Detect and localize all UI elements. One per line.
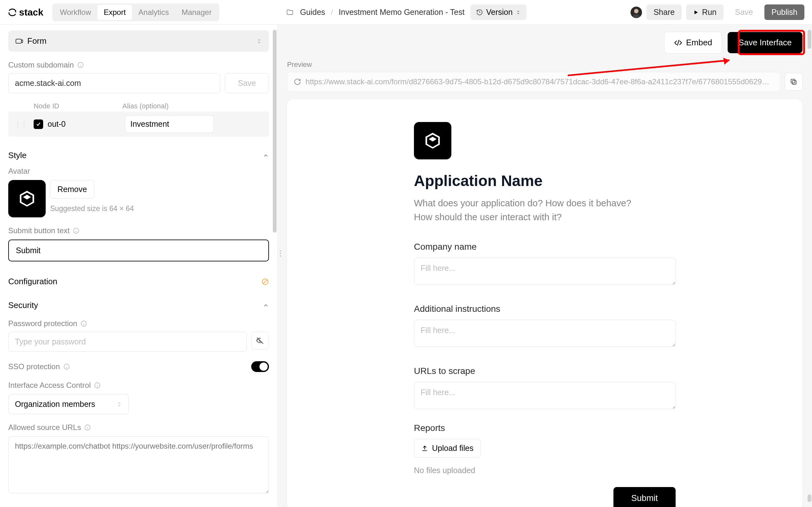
field-label-urls: URLs to scrape	[414, 366, 676, 376]
publish-button[interactable]: Publish	[764, 4, 804, 20]
code-icon	[674, 39, 682, 47]
run-label: Run	[702, 8, 716, 17]
form-submit-button[interactable]: Submit	[613, 487, 676, 507]
svg-point-1	[634, 9, 639, 13]
action-bar: Embed Save Interface	[277, 25, 812, 60]
run-button[interactable]: Run	[686, 4, 723, 20]
tab-export[interactable]: Export	[97, 5, 132, 20]
allowed-urls-label: Allowed source URLs	[8, 423, 269, 432]
node-table: Node ID Alias (optional) ⋮⋮ out-0	[8, 100, 269, 136]
info-icon	[94, 382, 101, 389]
version-button[interactable]: Version	[470, 4, 526, 20]
field-input-company[interactable]	[414, 258, 676, 285]
submit-text-label: Submit button text	[8, 226, 269, 235]
preview-url-text: https://www.stack-ai.com/form/d8276663-9…	[305, 77, 774, 86]
reports-label: Reports	[414, 423, 676, 433]
save-button: Save	[728, 4, 760, 20]
security-section-header[interactable]: Security	[8, 300, 269, 310]
play-icon	[693, 9, 699, 15]
breadcrumb-title[interactable]: Investment Memo Generation - Test	[339, 8, 465, 17]
cube-icon	[17, 189, 37, 208]
header-right: Share Run Save Publish	[630, 4, 804, 20]
upload-files-button[interactable]: Upload files	[414, 439, 481, 458]
logo: stack	[8, 7, 44, 18]
sso-toggle[interactable]	[251, 361, 269, 372]
form-type-select[interactable]: Form	[8, 31, 269, 52]
history-icon	[476, 9, 483, 16]
node-checkbox[interactable]	[34, 119, 43, 129]
info-icon	[77, 61, 84, 68]
copy-url-button[interactable]	[785, 73, 803, 91]
user-avatar[interactable]	[630, 7, 642, 18]
alias-input[interactable]	[125, 115, 214, 133]
logo-text: stack	[19, 7, 44, 18]
share-button[interactable]: Share	[647, 4, 681, 20]
subdomain-save-button[interactable]: Save	[225, 73, 269, 93]
tab-workflow[interactable]: Workflow	[54, 5, 97, 20]
style-section-header[interactable]: Style	[8, 151, 269, 160]
right-panel: Embed Save Interface Preview https://www…	[277, 25, 812, 507]
right-scrollbar[interactable]	[807, 30, 811, 502]
embed-button[interactable]: Embed	[664, 32, 722, 54]
svg-rect-2	[16, 39, 21, 43]
tab-analytics[interactable]: Analytics	[132, 5, 175, 20]
chevron-up-icon	[263, 302, 269, 308]
access-control-select[interactable]: Organization members	[8, 394, 129, 414]
remove-avatar-button[interactable]: Remove	[50, 180, 94, 199]
panel-splitter[interactable]	[277, 247, 283, 260]
no-files-text: No files uploaded	[414, 466, 676, 475]
field-input-instructions[interactable]	[414, 320, 676, 347]
main-layout: Form Custom subdomain Save Node ID Alias…	[0, 25, 812, 507]
sidebar: Form Custom subdomain Save Node ID Alias…	[0, 25, 277, 507]
sidebar-scrollbar[interactable]	[273, 30, 276, 494]
folder-icon	[286, 9, 294, 16]
chevron-updown-icon	[116, 401, 122, 407]
chevron-updown-icon	[256, 38, 262, 44]
breadcrumb-sep: /	[331, 8, 333, 17]
breadcrumb-folder[interactable]: Guides	[300, 8, 325, 17]
field-input-urls[interactable]	[414, 382, 676, 409]
upload-label: Upload files	[432, 444, 473, 453]
sso-label: SSO protection	[8, 362, 70, 371]
tab-manager[interactable]: Manager	[175, 5, 218, 20]
password-input[interactable]	[8, 332, 247, 352]
access-control-label: Interface Access Control	[8, 381, 269, 390]
info-icon	[72, 227, 80, 234]
preview-frame: Application Name What does your applicat…	[287, 99, 803, 507]
allowed-urls-textarea[interactable]	[8, 436, 269, 493]
avatar-preview[interactable]	[8, 180, 46, 217]
configuration-row[interactable]: Configuration	[8, 277, 269, 286]
eye-off-icon	[256, 337, 264, 345]
svg-rect-13	[791, 79, 795, 83]
preview-label: Preview	[277, 60, 812, 72]
alias-header: Alias (optional)	[122, 102, 169, 110]
refresh-icon[interactable]	[294, 78, 301, 86]
submit-text-input[interactable]	[8, 239, 269, 262]
field-label-company: Company name	[414, 242, 676, 252]
chevron-up-icon	[263, 153, 269, 159]
main-tabs: Workflow Export Analytics Manager	[52, 3, 219, 21]
breadcrumb: Guides / Investment Memo Generation - Te…	[286, 4, 526, 20]
avatar-hint: Suggested size is 64 × 64	[50, 205, 134, 213]
node-row: ⋮⋮ out-0	[8, 112, 269, 136]
toggle-password-visibility[interactable]	[251, 332, 269, 349]
preview-description: What does your application do? How does …	[414, 196, 636, 224]
access-control-value: Organization members	[15, 400, 95, 409]
cube-icon	[423, 131, 442, 150]
info-icon	[80, 320, 87, 327]
embed-label: Embed	[686, 38, 712, 48]
version-label: Version	[486, 8, 513, 17]
custom-subdomain-label: Custom subdomain	[8, 60, 269, 69]
copy-icon	[790, 78, 798, 86]
node-id-text: out-0	[48, 119, 120, 129]
field-label-instructions: Additional instructions	[414, 304, 676, 314]
info-icon	[63, 363, 70, 370]
prohibit-icon	[261, 278, 269, 285]
svg-rect-12	[792, 80, 796, 84]
node-table-header: Node ID Alias (optional)	[8, 100, 269, 112]
drag-handle-icon[interactable]: ⋮⋮	[13, 120, 29, 128]
info-icon	[84, 424, 91, 431]
save-interface-button[interactable]: Save Interface	[728, 32, 803, 53]
upload-icon	[421, 445, 428, 452]
subdomain-input[interactable]	[8, 73, 220, 93]
